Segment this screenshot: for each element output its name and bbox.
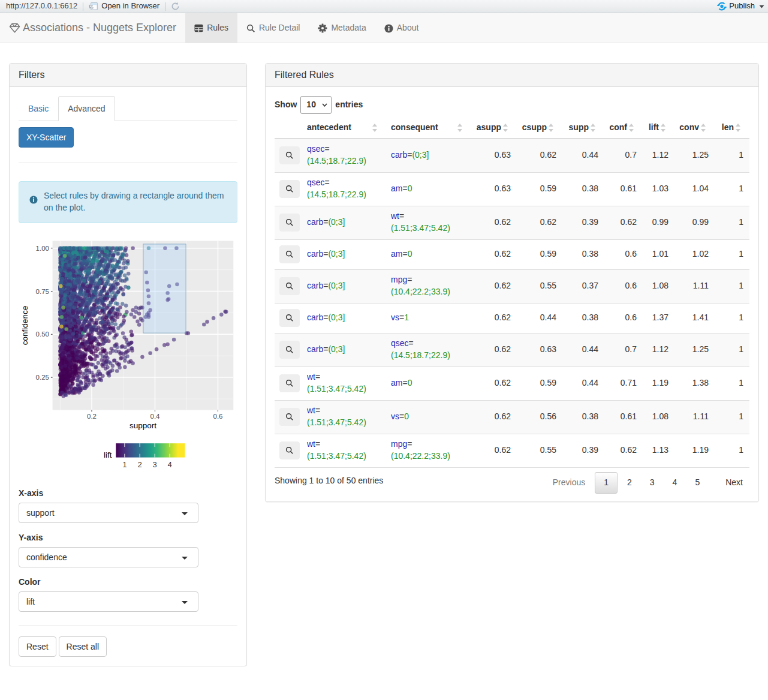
svg-text:1: 1 xyxy=(122,461,127,469)
svg-text:confidence: confidence xyxy=(20,306,29,345)
svg-text:0.75: 0.75 xyxy=(36,287,49,295)
svg-text:0.2: 0.2 xyxy=(87,413,97,420)
svg-text:0.25: 0.25 xyxy=(36,374,49,381)
svg-text:3: 3 xyxy=(153,461,157,469)
svg-text:2: 2 xyxy=(138,461,142,469)
svg-text:0.50: 0.50 xyxy=(36,331,49,338)
svg-text:support: support xyxy=(129,421,156,430)
svg-text:0.6: 0.6 xyxy=(213,413,223,420)
svg-text:0.4: 0.4 xyxy=(150,413,161,420)
svg-text:4: 4 xyxy=(168,461,172,469)
svg-text:1.00: 1.00 xyxy=(36,245,49,252)
svg-text:lift: lift xyxy=(104,450,112,459)
